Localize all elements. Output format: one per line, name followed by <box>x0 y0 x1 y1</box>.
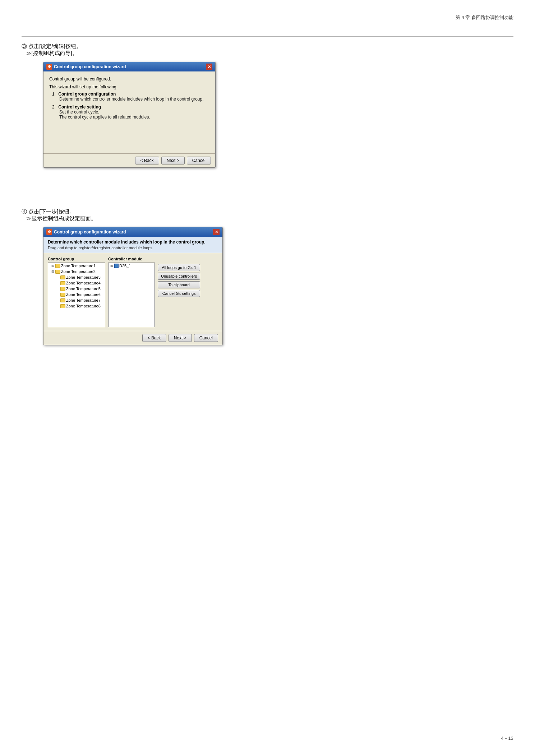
controller-module-label: Controller module <box>108 257 155 261</box>
side-button-1[interactable]: Unusable controllers <box>158 273 200 280</box>
page-header-text: 第 4 章 多回路协调控制功能 <box>456 15 513 20</box>
control-group-item[interactable]: Zone Temperature8 <box>48 303 105 309</box>
dialog1-next-button[interactable]: Next > <box>161 157 185 164</box>
control-group-listbox[interactable]: ⊞Zone Temperature1⊟Zone Temperature2Zone… <box>48 263 105 327</box>
dialog1-item2-sub1-text: Set the control cycle. <box>59 110 99 115</box>
dialog1-close-icon: ✕ <box>208 65 211 69</box>
dialog2-footer: < Back Next > Cancel <box>43 331 222 345</box>
side-button-0[interactable]: All loops go to Gr. 1 <box>158 264 200 271</box>
side-buttons: All loops go to Gr. 1Unusable controller… <box>158 257 200 327</box>
dialog1-item1: 1. Control group configuration Determine… <box>52 92 209 102</box>
control-group-item[interactable]: Zone Temperature6 <box>48 292 105 297</box>
dialog2-header-title: Determine which controller module includ… <box>48 240 218 245</box>
dialog1-item1-desc-text: Determine which controller module includ… <box>59 97 204 102</box>
page-divider <box>22 36 513 37</box>
dialog1-cancel-button[interactable]: Cancel <box>187 157 211 164</box>
dialog1-intro: Control group will be configured. <box>49 76 209 82</box>
dialog1-body: Control group will be configured. This w… <box>43 71 215 153</box>
dialog1-footer: < Back Next > Cancel <box>43 153 215 167</box>
side-button-2[interactable]: To clipboard <box>158 281 200 288</box>
control-group-item-label: Zone Temperature7 <box>66 298 101 302</box>
control-group-item-label: Zone Temperature4 <box>66 281 101 285</box>
controller-module-column: Controller module ⊞D25_1 <box>108 257 155 327</box>
dialog2-titlebar: ⚙ Control group configuration wizard ✕ <box>43 227 222 237</box>
control-group-item-label: Zone Temperature3 <box>66 275 101 279</box>
section2-line2: ≫显示控制组构成设定画面。 <box>26 215 96 221</box>
section1: ③ 点击[设定/编辑]按钮。 ≫[控制组构成向导]。 ⚙ Control gro… <box>22 43 513 168</box>
dialog1-item2-num: 2. <box>52 105 56 110</box>
controller-module-item-label: D25_1 <box>119 264 131 268</box>
section1-line2: ≫[控制组构成向导]。 <box>26 50 78 56</box>
dialog2-close-button[interactable]: ✕ <box>213 229 220 235</box>
dialog2-back-button[interactable]: < Back <box>142 334 166 342</box>
control-group-item-label: Zone Temperature2 <box>61 269 96 274</box>
dialog1-item2-sub2-text: The control cycle applies to all related… <box>59 115 150 120</box>
section1-label: ③ 点击[设定/编辑]按钮。 ≫[控制组构成向导]。 <box>22 43 513 57</box>
section2-line1: 点击[下一步]按钮。 <box>28 208 74 214</box>
control-group-item[interactable]: Zone Temperature7 <box>48 297 105 303</box>
page-footer-text: 4－13 <box>501 736 513 741</box>
dialog1: ⚙ Control group configuration wizard ✕ C… <box>43 62 216 168</box>
dialog1-back-button[interactable]: < Back <box>135 157 159 164</box>
dialog2-header-sub: Drag and drop to register/deregister con… <box>48 246 218 250</box>
dialog2-close-icon: ✕ <box>215 230 218 235</box>
dialog1-titlebar: ⚙ Control group configuration wizard ✕ <box>43 62 215 71</box>
control-group-label: Control group <box>48 257 105 261</box>
control-group-column: Control group ⊞Zone Temperature1⊟Zone Te… <box>48 257 105 327</box>
controller-module-item[interactable]: ⊞D25_1 <box>109 263 154 269</box>
dialog1-item2-sub1: Set the control cycle. <box>59 110 209 115</box>
dialog1-item2-sub2: The control cycle applies to all related… <box>59 115 209 120</box>
dialog1-item1-num: 1. <box>52 92 56 97</box>
page-header: 第 4 章 多回路协调控制功能 <box>456 14 513 21</box>
controller-module-listbox[interactable]: ⊞D25_1 <box>108 263 155 327</box>
control-group-item[interactable]: Zone Temperature5 <box>48 286 105 292</box>
dialog1-item2-title: Control cycle setting <box>58 105 101 110</box>
dialog1-item1-title: Control group configuration <box>58 92 116 97</box>
control-group-item[interactable]: Zone Temperature4 <box>48 280 105 286</box>
page-footer: 4－13 <box>501 735 513 742</box>
dialog2: ⚙ Control group configuration wizard ✕ D… <box>43 227 223 345</box>
section1-line1: 点击[设定/编辑]按钮。 <box>28 43 82 49</box>
control-group-item-label: Zone Temperature5 <box>66 287 101 291</box>
control-group-item[interactable]: ⊟Zone Temperature2 <box>48 269 105 274</box>
side-button-3[interactable]: Cancel Gr. settings <box>158 290 200 297</box>
control-group-item[interactable]: ⊞Zone Temperature1 <box>48 263 105 269</box>
dialog1-item2: 2. Control cycle setting Set the control… <box>52 105 209 120</box>
dialog2-body: Control group ⊞Zone Temperature1⊟Zone Te… <box>43 253 222 331</box>
step-number-2: ④ <box>22 208 27 214</box>
dialog2-columns: Control group ⊞Zone Temperature1⊟Zone Te… <box>48 257 218 327</box>
control-group-item-label: Zone Temperature1 <box>61 264 96 268</box>
control-group-item[interactable]: Zone Temperature3 <box>48 274 105 280</box>
dialog1-icon: ⚙ <box>46 64 52 70</box>
dialog1-setup-label: This wizard will set up the following: <box>49 84 209 89</box>
section2: ④ 点击[下一步]按钮。 ≫显示控制组构成设定画面。 ⚙ Control gro… <box>22 208 513 345</box>
step-number-1: ③ <box>22 43 27 49</box>
dialog2-title: Control group configuration wizard <box>54 229 126 235</box>
dialog2-next-button[interactable]: Next > <box>169 334 192 342</box>
dialog2-cancel-button[interactable]: Cancel <box>194 334 218 342</box>
dialog1-title: Control group configuration wizard <box>54 64 126 69</box>
dialog1-item1-desc: Determine which controller module includ… <box>59 97 209 102</box>
control-group-item-label: Zone Temperature8 <box>66 304 101 308</box>
dialog2-icon: ⚙ <box>46 229 52 235</box>
dialog1-close-button[interactable]: ✕ <box>206 64 212 70</box>
control-group-item-label: Zone Temperature6 <box>66 292 101 297</box>
dialog2-header: Determine which controller module includ… <box>43 237 222 253</box>
section2-label: ④ 点击[下一步]按钮。 ≫显示控制组构成设定画面。 <box>22 208 513 222</box>
